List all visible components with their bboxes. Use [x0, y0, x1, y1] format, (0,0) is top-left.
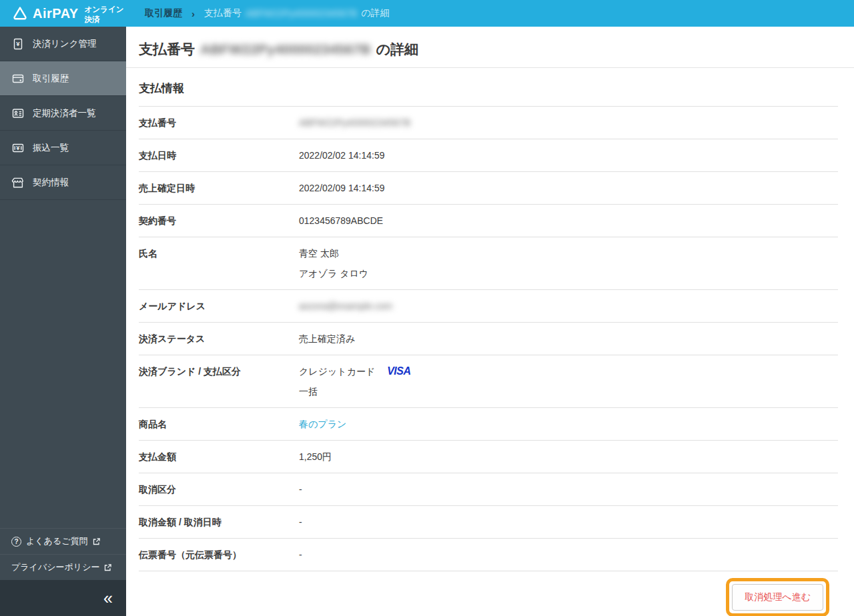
row-value: 1,250円: [299, 450, 332, 463]
table-row-cancel-amount-datetime: 取消金額 / 取消日時 -: [139, 505, 838, 538]
row-label: 売上確定日時: [139, 181, 299, 195]
privacy-policy-label: プライバシーポリシー: [11, 561, 99, 573]
table-row-cancel-type: 取消区分 -: [139, 473, 838, 505]
row-label: 伝票番号（元伝票番号）: [139, 548, 299, 561]
breadcrumb-current-prefix: 支払番号: [204, 7, 242, 19]
table-row-payment-datetime: 支払日時 2022/02/02 14:14:59: [139, 139, 838, 171]
installment-type: 一括: [299, 385, 411, 398]
sidebar-item-recurring-payers[interactable]: 定期決済者一覧: [0, 96, 126, 131]
storefront-icon: [11, 176, 25, 189]
payment-link-document-icon: ¥: [11, 37, 25, 51]
table-row-slip-number: 伝票番号（元伝票番号） -: [139, 538, 838, 571]
table-row-customer-name: 氏名 青空 太郎 アオゾラ タロウ: [139, 237, 838, 289]
banknote-yen-icon: ¥: [11, 141, 25, 155]
breadcrumb-current: 支払番号ABFW22Py40000234567Bの詳細: [204, 7, 390, 19]
breadcrumb-masked-id: ABFW22Py40000234567B: [246, 8, 357, 19]
table-row-email: メールアドレス aozora@example.com: [139, 289, 838, 322]
airpay-triangle-icon: [12, 5, 28, 21]
page-title-block: 支払番号ABFW22Py40000234567Bの詳細: [126, 27, 854, 68]
row-value: 青空 太郎 アオゾラ タロウ: [299, 247, 368, 280]
page-title: 支払番号ABFW22Py40000234567Bの詳細: [139, 40, 838, 59]
card-type-text: クレジットカード: [299, 366, 375, 377]
row-label: メールアドレス: [139, 299, 299, 313]
row-value: -: [299, 515, 302, 529]
row-label: 決済ブランド / 支払区分: [139, 365, 299, 398]
breadcrumb-parent-link[interactable]: 取引履歴: [145, 7, 182, 19]
table-row-payment-amount: 支払金額 1,250円: [139, 440, 838, 473]
row-label: 氏名: [139, 247, 299, 280]
section-title: 支払情報: [139, 81, 838, 96]
row-value: 2022/02/02 14:14:59: [299, 149, 384, 162]
sidebar-privacy-policy-link[interactable]: プライバシーポリシー: [0, 554, 126, 580]
external-link-icon: [92, 537, 101, 546]
sidebar-item-contract-info[interactable]: 契約情報: [0, 165, 126, 200]
sidebar-item-transfers[interactable]: ¥ 振込一覧: [0, 131, 126, 165]
svg-text:¥: ¥: [16, 40, 20, 47]
proceed-to-cancel-button[interactable]: 取消処理へ進む: [732, 584, 823, 611]
payment-info-section: 支払情報 支払番号 ABFW22Py40000234567B 支払日時 2022…: [139, 81, 838, 616]
actions-bar: 取消処理へ進む: [139, 571, 838, 616]
row-label: 商品名: [139, 417, 299, 431]
visa-logo: VISA: [387, 365, 410, 377]
main-content: 支払番号ABFW22Py40000234567Bの詳細 支払情報 支払番号 AB…: [126, 27, 854, 616]
brand-logo[interactable]: AirPAY オンライン決済: [0, 3, 126, 25]
credit-card-icon: [11, 72, 25, 85]
sidebar-collapse-button[interactable]: «: [0, 580, 126, 616]
tutorial-highlight-ring: 取消処理へ進む: [726, 578, 829, 616]
sidebar-item-label: 定期決済者一覧: [33, 107, 96, 119]
row-label: 取消金額 / 取消日時: [139, 515, 299, 529]
customer-name-kana: アオゾラ タロウ: [299, 267, 368, 280]
row-value: -: [299, 548, 302, 561]
row-value: -: [299, 483, 302, 496]
page-title-suffix: の詳細: [376, 40, 419, 59]
table-row-brand-and-installments: 決済ブランド / 支払区分 クレジットカード VISA 一括: [139, 355, 838, 407]
table-row-payment-status: 決済ステータス 売上確定済み: [139, 322, 838, 355]
sidebar-item-label: 振込一覧: [33, 142, 69, 154]
row-value: 0123456789ABCDE: [299, 214, 383, 227]
product-name-link[interactable]: 春のプラン: [299, 419, 346, 429]
sidebar-item-label: 取引履歴: [33, 73, 69, 85]
breadcrumb-current-suffix: の詳細: [361, 7, 389, 19]
question-icon: ?: [11, 537, 21, 547]
table-row-sales-confirm-datetime: 売上確定日時 2022/02/09 14:14:59: [139, 171, 838, 204]
sidebar: ¥ 決済リンク管理 取引履歴 定期決済者一覧: [0, 27, 126, 616]
status-value: 売上確定済み: [299, 332, 355, 345]
row-label: 支払金額: [139, 450, 299, 463]
sidebar-item-payment-links[interactable]: ¥ 決済リンク管理: [0, 27, 126, 61]
row-value: 2022/02/09 14:14:59: [299, 181, 384, 195]
masked-payment-number: ABFW22Py40000234567B: [299, 117, 410, 128]
question-glyph: ?: [14, 538, 18, 545]
payment-detail-table: 支払番号 ABFW22Py40000234567B 支払日時 2022/02/0…: [139, 106, 838, 571]
page-title-prefix: 支払番号: [139, 40, 195, 59]
breadcrumb: 取引履歴 › 支払番号ABFW22Py40000234567Bの詳細: [145, 7, 390, 19]
sidebar-faq-link[interactable]: ? よくあるご質問: [0, 528, 126, 554]
row-label: 支払番号: [139, 116, 299, 129]
page-title-masked-id: ABFW22Py40000234567B: [200, 41, 371, 57]
faq-label: よくあるご質問: [26, 535, 88, 547]
row-label: 契約番号: [139, 214, 299, 227]
svg-text:¥: ¥: [16, 144, 20, 151]
sidebar-spacer: [0, 200, 126, 528]
table-row-payment-number: 支払番号 ABFW22Py40000234567B: [139, 106, 838, 139]
brand-tagline: オンライン決済: [85, 5, 126, 25]
row-label: 取消区分: [139, 483, 299, 496]
external-link-icon: [103, 563, 112, 572]
customer-name: 青空 太郎: [299, 247, 368, 260]
app-header: AirPAY オンライン決済 取引履歴 › 支払番号ABFW22Py400002…: [0, 0, 854, 27]
row-value: クレジットカード VISA 一括: [299, 365, 411, 398]
breadcrumb-separator-icon: ›: [191, 8, 195, 19]
sidebar-item-label: 決済リンク管理: [33, 38, 96, 50]
sidebar-item-transaction-history[interactable]: 取引履歴: [0, 61, 126, 96]
sidebar-item-label: 契約情報: [33, 177, 69, 189]
brand-name: AirPAY: [33, 6, 79, 21]
masked-email: aozora@example.com: [299, 301, 392, 311]
row-label: 決済ステータス: [139, 332, 299, 345]
table-row-contract-number: 契約番号 0123456789ABCDE: [139, 204, 838, 237]
row-label: 支払日時: [139, 149, 299, 162]
collapse-chevrons-icon: «: [103, 590, 113, 607]
id-card-icon: [11, 107, 25, 120]
table-row-product-name: 商品名 春のプラン: [139, 407, 838, 440]
